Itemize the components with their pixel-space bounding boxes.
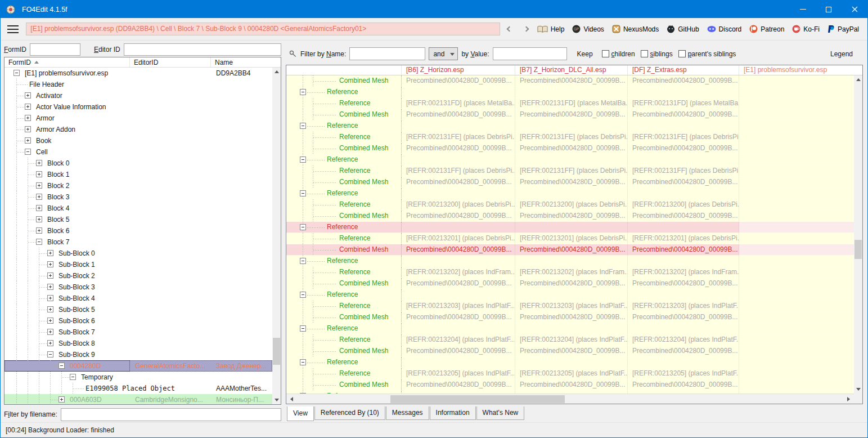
collapse-icon[interactable] (36, 239, 42, 245)
grid-value-cell[interactable]: [REFR:002131FE] (places DebrisPi... (628, 132, 739, 143)
grid-row[interactable]: Combined MeshPrecombined\0004280D_00099B… (286, 211, 854, 222)
grid-value-cell[interactable] (402, 357, 515, 368)
grid-value-cell[interactable] (402, 154, 515, 166)
expand-icon[interactable] (25, 137, 31, 144)
grid-value-cell[interactable] (402, 323, 515, 334)
grid-value-cell[interactable] (739, 301, 854, 312)
collapse-icon[interactable] (300, 157, 306, 163)
expand-icon[interactable] (36, 171, 42, 177)
grid-value-cell[interactable]: Precombined\0004280D_00099B... (515, 109, 628, 120)
collapse-icon[interactable] (59, 363, 65, 369)
grid-value-cell[interactable]: [REFR:00213200] (places DebrisPi... (628, 199, 739, 211)
expand-icon[interactable] (47, 306, 53, 312)
grid-value-cell[interactable]: Precombined\0004280D_00099B... (515, 211, 628, 222)
grid-value-cell[interactable]: Precombined\0004280D_00099B... (628, 211, 739, 222)
checkbox-icon[interactable] (678, 50, 686, 57)
grid-value-cell[interactable]: [REFR:002131FE] (places DebrisPi... (402, 132, 515, 143)
grid-row[interactable]: Reference (286, 357, 854, 368)
grid-value-cell[interactable] (628, 154, 739, 166)
grid-value-cell[interactable]: Precombined\0004280D_00099B... (515, 75, 628, 87)
grid-value-cell[interactable] (515, 87, 628, 98)
grid-value-cell[interactable]: [REFR:00213200] (places DebrisPi... (402, 199, 515, 211)
grid-value-cell[interactable] (739, 379, 854, 391)
grid-value-cell[interactable]: Precombined\0004280D_00099B... (402, 143, 515, 154)
grid-horizontal-scrollbar[interactable] (286, 394, 854, 404)
grid-value-cell[interactable] (739, 143, 854, 154)
collapse-icon[interactable] (300, 190, 306, 196)
grid-value-cell[interactable]: Precombined\0004280D_00099B... (628, 177, 739, 188)
grid-column-header[interactable] (286, 65, 402, 75)
scroll-down-button[interactable] (854, 385, 862, 394)
grid-value-cell[interactable]: Precombined\0004280D_00099B... (628, 75, 739, 87)
tree-row[interactable]: Cell (5, 146, 272, 158)
grid-value-cell[interactable] (402, 120, 515, 132)
grid-value-cell[interactable]: [REFR:00213202] (places IndFram... (515, 267, 628, 278)
grid-row[interactable]: Combined MeshPrecombined\0004280D_00099B… (286, 109, 854, 120)
grid-row[interactable]: Combined MeshPrecombined\0004280D_00099B… (286, 177, 854, 188)
grid-value-cell[interactable]: Precombined\0004280D_00099B... (402, 278, 515, 289)
tree-row[interactable]: Book (5, 135, 272, 146)
grid-value-cell[interactable]: [REFR:00213201] (places DebrisPi... (515, 233, 628, 244)
operator-select[interactable]: and (429, 47, 458, 60)
maximize-button[interactable] (816, 1, 842, 18)
tab-information[interactable]: Information (430, 406, 476, 420)
expand-icon[interactable] (59, 396, 65, 403)
link-discord[interactable]: Discord (703, 25, 746, 33)
grid-value-cell[interactable]: Precombined\0004280D_00099B... (515, 143, 628, 154)
collapse-icon[interactable] (300, 325, 306, 332)
grid-value-cell[interactable]: [REFR:002131FD] (places MetalBa... (628, 98, 739, 109)
grid-value-cell[interactable]: Precombined\0004280D_00099B... (402, 312, 515, 323)
grid-row[interactable]: Reference (286, 289, 854, 301)
grid-value-cell[interactable]: Precombined\0004280D_00099B... (628, 379, 739, 391)
grid-value-cell[interactable] (739, 256, 854, 267)
grid-value-cell[interactable]: [REFR:00213204] (places IndPlatF... (515, 334, 628, 346)
tab-referenced-by-10-[interactable]: Referenced By (10) (314, 406, 385, 420)
collapse-icon[interactable] (14, 70, 20, 76)
keep-checkbox-children[interactable]: children (602, 50, 635, 58)
collapse-icon[interactable] (70, 374, 76, 380)
grid-value-cell[interactable] (739, 323, 854, 334)
grid-row[interactable]: Combined MeshPrecombined\0004280D_00099B… (286, 143, 854, 154)
tree-row[interactable]: [E1] problemsofsurvivor.espDD9A2BB4 (5, 68, 272, 79)
tree-row[interactable]: Activator (5, 90, 272, 101)
editorid-input[interactable] (124, 43, 281, 56)
tree-row[interactable]: Block 2 (5, 180, 272, 191)
collapse-icon[interactable] (47, 351, 53, 357)
grid-value-cell[interactable] (628, 256, 739, 267)
expand-icon[interactable] (25, 92, 31, 99)
checkbox-icon[interactable] (641, 50, 648, 57)
grid-row[interactable]: Reference (286, 120, 854, 132)
tree-row[interactable]: Block 4 (5, 203, 272, 214)
grid-value-cell[interactable] (739, 357, 854, 368)
grid-value-cell[interactable] (515, 256, 628, 267)
grid-value-cell[interactable]: Precombined\0004280D_00099B... (628, 312, 739, 323)
grid-value-cell[interactable] (515, 188, 628, 199)
expand-icon[interactable] (36, 194, 42, 200)
tree-row[interactable]: Temporary (5, 372, 272, 383)
collapse-icon[interactable] (300, 89, 306, 95)
expand-icon[interactable] (36, 160, 42, 166)
grid-row[interactable]: Reference[REFR:00213205] (places IndPlat… (286, 368, 854, 379)
grid-value-cell[interactable] (739, 211, 854, 222)
grid-value-cell[interactable] (739, 87, 854, 98)
formid-input[interactable] (30, 43, 80, 56)
tree-row[interactable]: Block 6 (5, 225, 272, 236)
grid-row[interactable]: Reference (286, 222, 854, 233)
grid-value-cell[interactable]: [REFR:00213202] (places IndFram... (402, 267, 515, 278)
tree-row[interactable]: Sub-Block 2 (5, 270, 272, 281)
grid-value-cell[interactable] (739, 346, 854, 357)
grid-value-cell[interactable] (739, 177, 854, 188)
grid-value-cell[interactable]: Precombined\0004280D_00099B... (515, 346, 628, 357)
minimize-button[interactable] (790, 1, 816, 18)
grid-value-cell[interactable]: [REFR:002131FD] (places MetalBa... (402, 98, 515, 109)
expand-icon[interactable] (47, 284, 53, 290)
grid-value-cell[interactable]: [REFR:002131FF] (places DebrisPi... (628, 166, 739, 177)
grid-value-cell[interactable] (628, 87, 739, 98)
breadcrumb[interactable]: [E1] problemsofsurvivor.esp (DD9A2BB4) \… (26, 23, 500, 35)
scroll-up-button[interactable] (272, 68, 281, 76)
grid-vertical-scrollbar[interactable] (854, 75, 862, 394)
tree-header-formid[interactable]: FormID (5, 57, 130, 67)
expand-icon[interactable] (36, 182, 42, 189)
tab-what-s-new[interactable]: What's New (476, 406, 525, 420)
grid-value-cell[interactable] (402, 222, 515, 233)
